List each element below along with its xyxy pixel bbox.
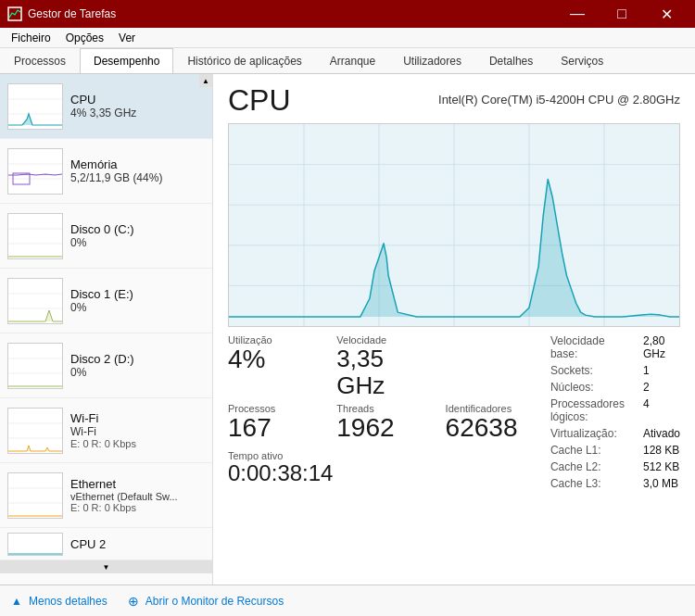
menu-opcoes[interactable]: Opções [58, 30, 111, 46]
app-icon [7, 6, 22, 21]
tab-utilizadores[interactable]: Utilizadores [389, 48, 475, 73]
stat-utilizacao: Utilização 4% [228, 334, 314, 403]
window-title: Gestor de Tarefas [28, 7, 116, 20]
tab-detalhes[interactable]: Detalhes [475, 48, 547, 73]
title-bar: Gestor de Tarefas — □ ✕ [0, 0, 695, 28]
identificadores-label: Identificadores [446, 403, 532, 414]
memory-sidebar-value: 5,2/11,9 GB (44%) [70, 171, 162, 184]
window-controls: — □ ✕ [556, 0, 688, 28]
cpu-mini-graph [7, 83, 63, 130]
wifi-sidebar-value: Wi-Fi [70, 425, 136, 438]
right-stat-value-7: 3,0 MB [643, 477, 680, 490]
right-stat-label-3: Processadores lógicos: [550, 397, 625, 423]
right-stats: Velocidade base: 2,80 GHz Sockets: 1 Núc… [550, 334, 680, 490]
stat-identificadores: Identificadores 62638 [446, 403, 532, 446]
wifi-sidebar-info: Wi-Fi Wi-Fi E: 0 R: 0 Kbps [70, 411, 136, 449]
sidebar-item-ethernet[interactable]: Ethernet vEthernet (Default Sw... E: 0 R… [0, 463, 212, 528]
svg-rect-4 [8, 149, 62, 194]
scroll-down-button[interactable]: ▼ [0, 560, 212, 573]
right-stat-label-7: Cache L3: [550, 477, 625, 490]
disk0-mini-graph [7, 213, 63, 259]
left-stats: Utilização 4% Velocidade 3,35 GHz Proces… [228, 334, 532, 490]
main-content: ▲ CPU 4% 3,35 GHz [0, 74, 695, 585]
sidebar: ▲ CPU 4% 3,35 GHz [0, 74, 213, 585]
minimize-button[interactable]: — [556, 0, 599, 28]
utilizacao-value: 4% [228, 346, 314, 374]
processos-label: Processos [228, 403, 314, 414]
disk2-sidebar-info: Disco 2 (D:) 0% [70, 352, 134, 379]
disk0-sidebar-name: Disco 0 (C:) [70, 222, 134, 236]
right-stat-value-5: 128 KB [643, 444, 680, 457]
right-stat-label-4: Virtualização: [550, 427, 625, 440]
detail-title: CPU [228, 83, 291, 118]
less-details-label: Menos detalhes [29, 595, 107, 608]
right-stat-label-5: Cache L1: [550, 444, 625, 457]
svg-rect-23 [8, 534, 62, 556]
disk0-sidebar-info: Disco 0 (C:) 0% [70, 222, 134, 249]
svg-rect-1 [8, 84, 62, 129]
maximize-button[interactable]: □ [600, 0, 643, 28]
menu-bar: Ficheiro Opções Ver [0, 28, 695, 48]
detail-panel: CPU Intel(R) Core(TM) i5-4200H CPU @ 2.8… [213, 74, 695, 585]
right-stat-label-1: Sockets: [550, 364, 625, 377]
disk1-sidebar-name: Disco 1 (E:) [70, 287, 133, 301]
stat-threads: Threads 1962 [336, 403, 423, 446]
disk1-mini-graph [7, 278, 63, 324]
tab-arranque[interactable]: Arranque [316, 48, 389, 73]
wifi-sidebar-name: Wi-Fi [70, 411, 136, 425]
svg-rect-14 [8, 344, 62, 388]
tab-servicos[interactable]: Serviços [547, 48, 617, 73]
close-button[interactable]: ✕ [645, 0, 688, 28]
menu-ficheiro[interactable]: Ficheiro [4, 30, 58, 46]
scroll-up-button[interactable]: ▲ [199, 74, 212, 87]
cpu2-mini-graph [7, 533, 63, 556]
svg-rect-20 [8, 473, 62, 518]
tab-historico[interactable]: Histórico de aplicações [173, 48, 315, 73]
wifi-mini-graph [7, 408, 63, 454]
sidebar-item-wifi[interactable]: Wi-Fi Wi-Fi E: 0 R: 0 Kbps [0, 398, 212, 463]
menu-ver[interactable]: Ver [111, 30, 143, 46]
right-stat-value-4: Ativado [643, 427, 680, 440]
sidebar-item-disk0[interactable]: Disco 0 (C:) 0% [0, 204, 212, 269]
sidebar-item-disk1[interactable]: Disco 1 (E:) 0% [0, 269, 212, 333]
less-details-button[interactable]: ▲ Menos detalhes [9, 594, 107, 609]
disk2-sidebar-value: 0% [70, 366, 134, 379]
right-stat-value-6: 512 KB [643, 460, 680, 473]
disk2-mini-graph [7, 343, 63, 389]
threads-label: Threads [336, 403, 423, 414]
tab-processos[interactable]: Processos [0, 48, 80, 73]
cpu2-sidebar-info: CPU 2 [70, 537, 106, 551]
disk1-sidebar-value: 0% [70, 301, 133, 314]
detail-header: CPU Intel(R) Core(TM) i5-4200H CPU @ 2.8… [228, 83, 680, 118]
right-stat-value-3: 4 [643, 397, 680, 423]
disk1-sidebar-info: Disco 1 (E:) 0% [70, 287, 133, 314]
disk2-sidebar-name: Disco 2 (D:) [70, 352, 134, 366]
ethernet-sidebar-value: vEthernet (Default Sw... [70, 491, 178, 502]
ethernet-sidebar-sub: E: 0 R: 0 Kbps [70, 502, 178, 513]
svg-rect-11 [8, 279, 62, 323]
memory-sidebar-info: Memória 5,2/11,9 GB (44%) [70, 157, 162, 184]
sidebar-item-disk2[interactable]: Disco 2 (D:) 0% [0, 333, 212, 398]
stat-velocidade: Velocidade 3,35 GHz [336, 334, 423, 403]
monitor-icon: ⊕ [126, 594, 141, 609]
chevron-up-icon: ▲ [9, 594, 24, 609]
open-monitor-button[interactable]: ⊕ Abrir o Monitor de Recursos [126, 594, 284, 609]
ethernet-sidebar-name: Ethernet [70, 477, 178, 491]
ethernet-sidebar-info: Ethernet vEthernet (Default Sw... E: 0 R… [70, 477, 178, 513]
wifi-sidebar-sub: E: 0 R: 0 Kbps [70, 438, 136, 449]
sidebar-item-cpu[interactable]: CPU 4% 3,35 GHz [0, 74, 212, 139]
right-stat-label-0: Velocidade base: [550, 334, 625, 360]
open-monitor-label: Abrir o Monitor de Recursos [145, 595, 284, 608]
sidebar-item-memory[interactable]: Memória 5,2/11,9 GB (44%) [0, 139, 212, 204]
right-stat-label-2: Núcleos: [550, 381, 625, 394]
cpu-sidebar-value: 4% 3,35 GHz [70, 107, 136, 119]
stats-grid: Utilização 4% Velocidade 3,35 GHz Proces… [228, 334, 680, 490]
tab-desempenho[interactable]: Desempenho [80, 48, 173, 73]
stat-tempo-ativo: Tempo ativo 0:00:38:14 [228, 450, 423, 490]
sidebar-item-cpu2[interactable]: CPU 2 [0, 528, 212, 560]
threads-value: 1962 [336, 414, 423, 443]
cpu-sidebar-info: CPU 4% 3,35 GHz [70, 93, 136, 119]
cpu2-sidebar-name: CPU 2 [70, 537, 106, 551]
tempo-ativo-value: 0:00:38:14 [228, 461, 423, 485]
detail-subtitle: Intel(R) Core(TM) i5-4200H CPU @ 2.80GHz [438, 93, 680, 107]
